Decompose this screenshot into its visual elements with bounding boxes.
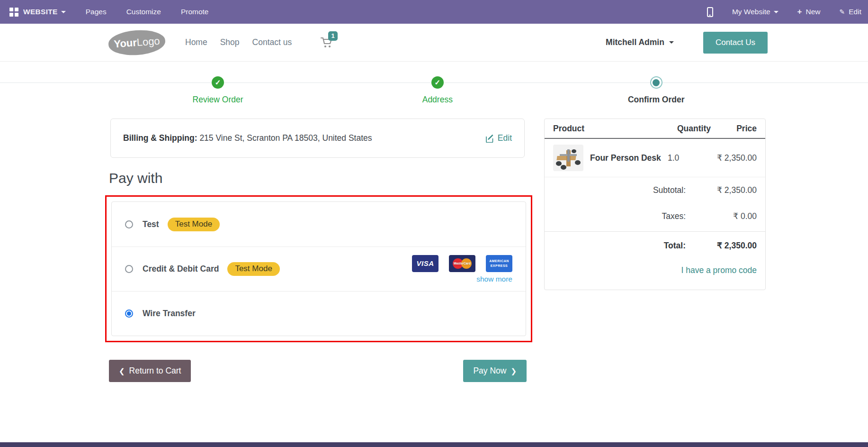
subtotal-label: Subtotal: [586, 185, 686, 195]
chevron-right-icon: ❯ [510, 367, 517, 375]
payment-options-highlight: Test Test Mode Credit & Debit Card Test … [105, 195, 532, 342]
col-product: Product [553, 124, 677, 134]
step-confirm-order: Confirm Order [595, 76, 718, 105]
site-header: YourLogo Home Shop Contact us 1 Mitchell… [0, 24, 868, 62]
order-summary-table: Product Quantity Price Four Person Desk [544, 119, 766, 290]
plus-icon: + [797, 7, 802, 17]
taxes-label: Taxes: [586, 211, 686, 221]
footer-top-strip [0, 442, 868, 447]
product-thumbnail [553, 145, 583, 171]
test-mode-badge: Test Mode [168, 218, 220, 231]
edit-label: Edit [849, 8, 861, 16]
step-address[interactable]: ✓ Address [376, 76, 499, 105]
pay-now-button[interactable]: Pay Now ❯ [463, 360, 527, 382]
amex-label-line1: AMERICAN [489, 259, 510, 264]
return-to-cart-label: Return to Cart [129, 366, 181, 376]
chevron-down-icon [61, 11, 66, 13]
step-label: Confirm Order [595, 95, 718, 105]
billing-shipping-box: Billing & Shipping: 215 Vine St, Scranto… [110, 119, 525, 158]
taxes-row: Taxes: ₹ 0.00 [545, 203, 765, 231]
billing-address: 215 Vine St, Scranton PA 18503, United S… [197, 133, 372, 143]
pay-now-label: Pay Now [473, 366, 506, 376]
col-quantity: Quantity [677, 124, 721, 134]
product-quantity: 1.0 [668, 153, 711, 163]
check-circle-icon: ✓ [212, 76, 224, 89]
payment-options-card: Test Test Mode Credit & Debit Card Test … [111, 201, 526, 336]
mobile-icon [707, 7, 713, 17]
payment-option-label: Test [143, 219, 159, 229]
logo-text-your: Your [113, 36, 137, 50]
amex-label-line2: EXPRESS [490, 264, 509, 268]
chevron-left-icon: ❮ [119, 367, 125, 375]
show-more-link[interactable]: show more [476, 275, 512, 283]
payment-option-test[interactable]: Test Test Mode [112, 202, 526, 246]
promo-code-link[interactable]: I have a promo code [553, 265, 757, 275]
radio-unchecked-icon[interactable] [125, 220, 133, 228]
subtotal-value: ₹ 2,350.00 [686, 185, 757, 195]
pencil-icon: ✎ [840, 8, 845, 16]
main-nav: Home Shop Contact us 1 [185, 37, 333, 48]
chevron-down-icon [669, 41, 674, 44]
step-label: Address [376, 95, 499, 105]
amex-icon: AMERICAN EXPRESS [486, 255, 512, 272]
total-row: Total: ₹ 2,350.00 [553, 241, 757, 251]
mastercard-label: MasterCard [454, 262, 471, 265]
col-price: Price [721, 124, 757, 134]
chevron-down-icon [774, 11, 779, 13]
radio-checked-icon[interactable] [125, 310, 133, 318]
edit-link-label: Edit [498, 133, 512, 143]
user-menu[interactable]: Mitchell Admin [606, 37, 674, 47]
payment-option-label: Credit & Debit Card [143, 264, 219, 274]
total-label: Total: [586, 241, 686, 251]
mobile-preview-button[interactable] [707, 7, 713, 17]
subtotal-row: Subtotal: ₹ 2,350.00 [545, 177, 765, 203]
cart-count-badge: 1 [328, 31, 338, 41]
apps-grid-icon[interactable] [9, 8, 18, 17]
total-value: ₹ 2,350.00 [686, 241, 757, 251]
new-button[interactable]: + New [797, 7, 821, 17]
billing-address-text: Billing & Shipping: 215 Vine St, Scranto… [123, 133, 372, 143]
pay-with-title: Pay with [109, 170, 532, 186]
topbar-item-customize[interactable]: Customize [126, 8, 161, 16]
mastercard-icon: MasterCard [449, 255, 475, 272]
test-mode-badge: Test Mode [227, 262, 279, 276]
order-line-item: Four Person Desk 1.0 ₹ 2,350.00 [545, 139, 765, 177]
edit-address-link[interactable]: Edit [486, 133, 512, 143]
cart-button[interactable]: 1 [321, 37, 333, 48]
radio-unchecked-icon[interactable] [125, 265, 133, 273]
order-table-header: Product Quantity Price [545, 119, 765, 139]
topbar-item-pages[interactable]: Pages [86, 8, 107, 16]
nav-home[interactable]: Home [185, 37, 207, 47]
payment-option-wire-transfer[interactable]: Wire Transfer [112, 291, 526, 336]
nav-shop[interactable]: Shop [220, 37, 240, 47]
taxes-value: ₹ 0.00 [686, 211, 757, 221]
checkout-progress: ✓ Review Order ✓ Address Confirm Order [0, 62, 868, 111]
topbar-item-promote[interactable]: Promote [181, 8, 209, 16]
logo-text-logo: Logo [136, 35, 161, 48]
my-website-label: My Website [732, 8, 770, 16]
product-price: ₹ 2,350.00 [711, 153, 757, 163]
new-label: New [806, 8, 821, 16]
website-menu[interactable]: WEBSITE [23, 8, 58, 16]
current-step-icon [650, 76, 662, 89]
check-circle-icon: ✓ [431, 76, 444, 89]
my-website-menu[interactable]: My Website [732, 8, 779, 16]
backend-topbar: WEBSITE Pages Customize Promote My Websi… [0, 0, 868, 24]
nav-contact-us[interactable]: Contact us [252, 37, 292, 47]
edit-pencil-icon [486, 134, 494, 143]
step-review-order[interactable]: ✓ Review Order [156, 76, 279, 105]
payment-option-label: Wire Transfer [143, 309, 196, 319]
contact-us-button[interactable]: Contact Us [703, 32, 768, 54]
edit-button[interactable]: ✎ Edit [840, 8, 861, 16]
return-to-cart-button[interactable]: ❮ Return to Cart [109, 360, 191, 382]
site-logo[interactable]: YourLogo [107, 28, 166, 56]
payment-option-card[interactable]: Credit & Debit Card Test Mode VISA Maste… [112, 246, 526, 291]
visa-icon: VISA [412, 255, 438, 272]
billing-label: Billing & Shipping: [123, 133, 197, 143]
product-name: Four Person Desk [590, 153, 668, 163]
step-label: Review Order [156, 95, 279, 105]
user-name: Mitchell Admin [606, 37, 664, 47]
